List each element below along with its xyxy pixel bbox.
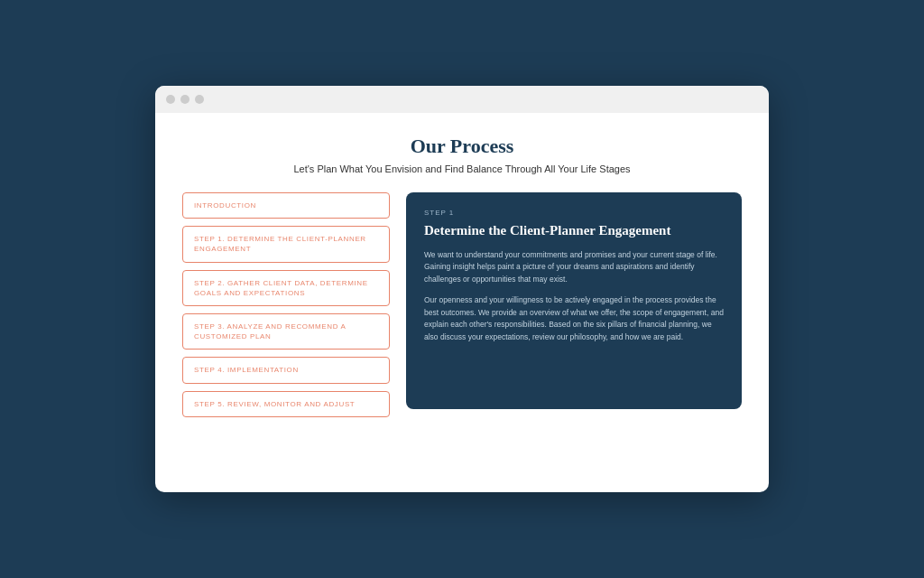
page-header: Our Process Let's Plan What You Envision… bbox=[182, 135, 742, 174]
step-item-2[interactable]: STEP 2. GATHER CLIENT DATA, DETERMINEGOA… bbox=[182, 270, 390, 306]
step-label-1: STEP 1. DETERMINE THE CLIENT-PLANNERENGA… bbox=[194, 234, 378, 254]
step-item-5[interactable]: STEP 5. REVIEW, MONITOR AND ADJUST bbox=[182, 391, 390, 417]
browser-toolbar bbox=[155, 86, 769, 113]
step-item-4[interactable]: STEP 4. IMPLEMENTATION bbox=[182, 357, 390, 383]
step-label-3: STEP 3. ANALYZE AND RECOMMEND ACUSTOMIZE… bbox=[194, 322, 378, 341]
step-label-2: STEP 2. GATHER CLIENT DATA, DETERMINEGOA… bbox=[194, 278, 378, 298]
detail-paragraph-2: Our openness and your willingness to be … bbox=[424, 294, 724, 343]
step-label-5: STEP 5. REVIEW, MONITOR AND ADJUST bbox=[194, 399, 378, 409]
browser-dot-red bbox=[166, 95, 175, 104]
page-subtitle: Let's Plan What You Envision and Find Ba… bbox=[182, 163, 742, 174]
browser-content: Our Process Let's Plan What You Envision… bbox=[155, 113, 769, 492]
step-item-1[interactable]: STEP 1. DETERMINE THE CLIENT-PLANNERENGA… bbox=[182, 226, 390, 262]
step-item-3[interactable]: STEP 3. ANALYZE AND RECOMMEND ACUSTOMIZE… bbox=[182, 313, 390, 350]
browser-dot-green bbox=[195, 95, 204, 104]
main-layout: INTRODUCTION STEP 1. DETERMINE THE CLIEN… bbox=[182, 192, 742, 417]
detail-title: Determine the Client-Planner Engagement bbox=[424, 222, 724, 240]
steps-list: INTRODUCTION STEP 1. DETERMINE THE CLIEN… bbox=[182, 192, 390, 417]
step-label-intro: INTRODUCTION bbox=[194, 200, 378, 210]
browser-window: Our Process Let's Plan What You Envision… bbox=[155, 86, 769, 492]
browser-dot-yellow bbox=[180, 95, 189, 104]
page-title: Our Process bbox=[182, 135, 742, 158]
detail-card: STEP 1 Determine the Client-Planner Enga… bbox=[406, 192, 742, 409]
step-item-intro[interactable]: INTRODUCTION bbox=[182, 192, 390, 219]
step-label-4: STEP 4. IMPLEMENTATION bbox=[194, 365, 378, 375]
detail-step-label: STEP 1 bbox=[424, 209, 724, 217]
detail-paragraph-1: We want to understand your commitments a… bbox=[424, 249, 724, 286]
